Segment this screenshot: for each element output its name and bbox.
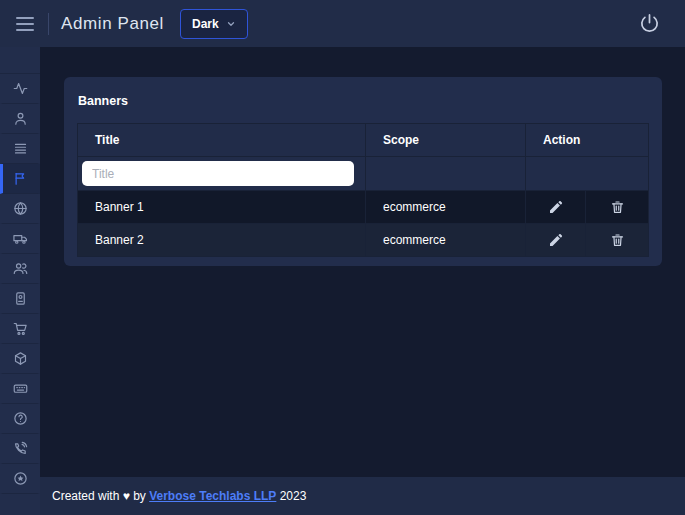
phone-icon [13, 441, 28, 456]
activity-icon [13, 81, 28, 96]
sidebar-item-users[interactable] [0, 254, 40, 284]
users-icon [13, 261, 28, 276]
sidebar [0, 47, 40, 515]
chevron-down-icon [226, 19, 236, 29]
banners-table: Title Scope Action Banner 1ecommerceBann… [77, 123, 649, 257]
sidebar-item-flag[interactable] [0, 164, 40, 194]
sidebar-item-truck[interactable] [0, 224, 40, 254]
sidebar-item-globe[interactable] [0, 194, 40, 224]
sidebar-item-keyboard[interactable] [0, 374, 40, 404]
cell-title: Banner 1 [78, 191, 366, 224]
column-header-scope: Scope [366, 124, 526, 157]
star-badge-icon [13, 471, 28, 486]
trash-icon [610, 232, 625, 248]
sidebar-item-help[interactable] [0, 404, 40, 434]
footer-text-prefix: Created with [52, 489, 123, 503]
scope-filter-cell [366, 157, 526, 191]
help-icon [13, 411, 28, 426]
footer-company-link[interactable]: Verbose Techlabs LLP [149, 489, 276, 503]
power-icon[interactable] [634, 8, 665, 39]
card-title: Banners [64, 77, 662, 123]
sidebar-item-star-badge[interactable] [0, 464, 40, 494]
sidebar-item-id-badge[interactable] [0, 284, 40, 314]
list-icon [13, 141, 28, 156]
truck-icon [13, 231, 28, 246]
footer-year: 2023 [276, 489, 306, 503]
banners-card: Banners Title Scope Action [64, 77, 662, 266]
edit-button[interactable] [546, 230, 566, 250]
heart-icon: ♥ [123, 489, 130, 503]
table-row: Banner 1ecommerce [78, 191, 649, 224]
sidebar-item-phone[interactable] [0, 434, 40, 464]
column-header-action: Action [526, 124, 649, 157]
sidebar-item-list[interactable] [0, 134, 40, 164]
main-content: Banners Title Scope Action [40, 47, 685, 477]
cell-scope: ecommerce [366, 224, 526, 257]
theme-dropdown[interactable]: Dark [180, 9, 248, 39]
edit-button[interactable] [546, 197, 566, 217]
column-header-title: Title [78, 124, 366, 157]
footer-text-by: by [130, 489, 149, 503]
page-title: Admin Panel [61, 14, 164, 34]
action-filter-cell [526, 157, 649, 191]
globe-icon [13, 201, 28, 216]
pencil-icon [548, 232, 564, 248]
package-icon [13, 351, 28, 366]
table-filter-row [78, 157, 649, 191]
cell-scope: ecommerce [366, 191, 526, 224]
user-icon [13, 111, 28, 126]
cell-title: Banner 2 [78, 224, 366, 257]
top-header: Admin Panel Dark [0, 0, 685, 47]
sidebar-item-user[interactable] [0, 104, 40, 134]
pencil-icon [548, 199, 564, 215]
table-header-row: Title Scope Action [78, 124, 649, 157]
footer: Created with ♥ by Verbose Techlabs LLP 2… [40, 477, 685, 515]
cart-icon [13, 321, 28, 336]
keyboard-icon [13, 381, 28, 396]
theme-dropdown-value: Dark [192, 17, 219, 31]
header-divider [48, 13, 49, 35]
menu-icon[interactable] [10, 11, 40, 37]
id-badge-icon [13, 291, 28, 306]
trash-icon [610, 199, 625, 215]
sidebar-item-activity[interactable] [0, 74, 40, 104]
delete-button[interactable] [608, 230, 627, 250]
title-filter-input[interactable] [82, 161, 354, 186]
sidebar-item-package[interactable] [0, 344, 40, 374]
flag-icon [13, 171, 28, 186]
sidebar-item-cart[interactable] [0, 314, 40, 344]
table-row: Banner 2ecommerce [78, 224, 649, 257]
delete-button[interactable] [608, 197, 627, 217]
